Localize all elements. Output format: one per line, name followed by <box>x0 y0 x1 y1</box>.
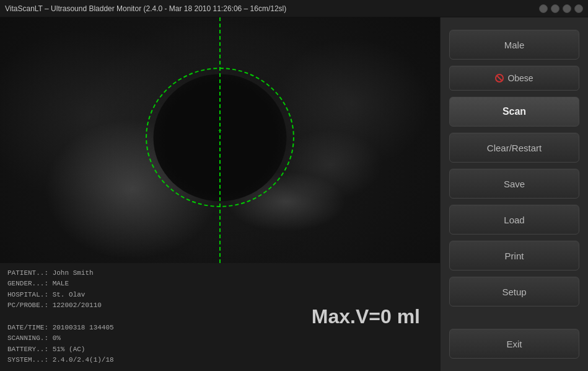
patient-row: PATIENT..: John Smith <box>7 268 278 279</box>
gender-value: MALE <box>53 280 69 287</box>
datetime-label: DATE/TIME: <box>7 324 48 331</box>
crosshair-icon: + <box>218 127 222 134</box>
main-layout: + PATIENT..: John Smith GENDER...: MALE … <box>0 17 588 371</box>
datetime-row: DATE/TIME: 20100318 134405 <box>7 323 278 334</box>
print-button[interactable]: Print <box>449 241 579 270</box>
volume-display: Max.V=0 ml <box>278 268 432 366</box>
scanning-row: SCANNING.: 0% <box>7 333 278 344</box>
right-panel: Male Obese Scan Clear/Restart Save Load … <box>440 17 588 371</box>
hospital-row: HOSPITAL.: St. Olav <box>7 290 278 301</box>
scanning-value: 0% <box>53 334 61 342</box>
patient-value: John Smith <box>53 269 94 277</box>
system-label: SYSTEM...: <box>7 356 48 364</box>
obese-icon <box>495 74 504 83</box>
close-button[interactable] <box>574 4 583 13</box>
obese-button[interactable]: Obese <box>449 66 579 91</box>
info-panel: PATIENT..: John Smith GENDER...: MALE HO… <box>0 263 440 371</box>
hospital-label: HOSPITAL.: <box>7 291 48 298</box>
max-volume-value: Max.V=0 ml <box>312 305 420 328</box>
window-controls <box>539 4 583 13</box>
male-button[interactable]: Male <box>449 30 579 60</box>
battery-label: BATTERY..: <box>7 346 48 353</box>
pc-probe-row: PC/PROBE.: 122002/20110 <box>7 300 278 311</box>
load-button[interactable]: Load <box>449 205 579 235</box>
system-value: 2.4.0/2.4(1)/18 <box>53 356 114 364</box>
obese-label: Obese <box>507 73 533 83</box>
restore-button[interactable] <box>563 4 571 13</box>
gender-label: GENDER...: <box>7 280 48 287</box>
exit-button[interactable]: Exit <box>449 329 579 359</box>
vertical-line <box>219 17 221 263</box>
gender-row: GENDER...: MALE <box>7 279 278 290</box>
hospital-value: St. Olav <box>53 291 86 298</box>
scan-button[interactable]: Scan <box>449 97 579 127</box>
app-title: VitaScanLT – Ultrasound Bladder Monitor … <box>5 4 286 13</box>
maximize-button[interactable] <box>551 4 559 13</box>
clear-restart-button[interactable]: Clear/Restart <box>449 133 579 163</box>
save-button[interactable]: Save <box>449 169 579 199</box>
scanning-label: SCANNING.: <box>7 334 48 342</box>
system-row: SYSTEM...: 2.4.0/2.4(1)/18 <box>7 355 278 366</box>
minimize-button[interactable] <box>539 4 548 13</box>
patient-info: PATIENT..: John Smith GENDER...: MALE HO… <box>7 268 278 366</box>
patient-label: PATIENT..: <box>7 269 48 277</box>
datetime-value: 20100318 134405 <box>53 324 114 331</box>
setup-button[interactable]: Setup <box>449 277 579 306</box>
left-panel: + PATIENT..: John Smith GENDER...: MALE … <box>0 17 440 371</box>
scan-display: + <box>0 17 440 263</box>
pc-probe-value: 122002/20110 <box>53 302 102 309</box>
battery-row: BATTERY..: 51% (AC) <box>7 344 278 355</box>
title-bar: VitaScanLT – Ultrasound Bladder Monitor … <box>0 0 588 17</box>
pc-probe-label: PC/PROBE.: <box>7 302 48 309</box>
battery-value: 51% (AC) <box>53 346 86 353</box>
